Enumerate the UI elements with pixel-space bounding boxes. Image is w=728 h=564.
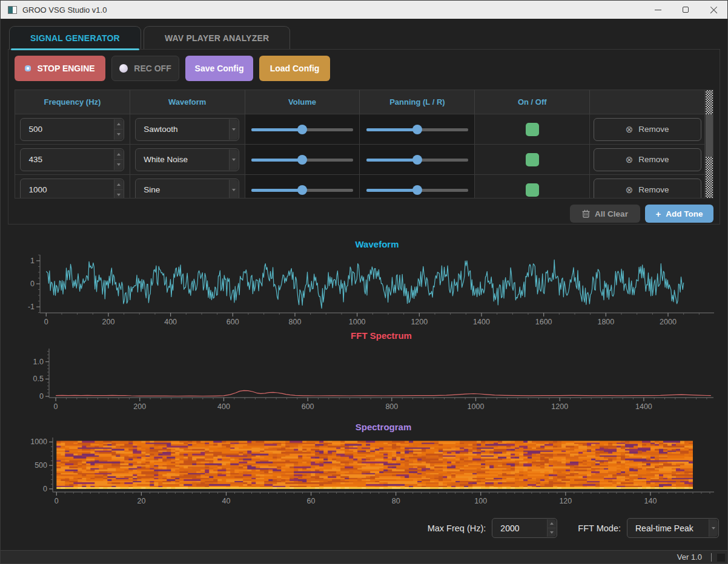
slider-thumb[interactable] [297, 155, 307, 165]
plus-icon: + [655, 209, 661, 218]
remove-label: Remove [638, 155, 669, 164]
remove-button[interactable]: ⊗ Remove [594, 179, 701, 199]
main-content: SIGNAL GENERATOR WAV PLAYER ANALYZER STO… [1, 19, 727, 550]
waveform-select[interactable]: White Noise [135, 148, 239, 171]
spin-buttons[interactable] [114, 119, 123, 140]
chevron-down-icon[interactable] [229, 180, 238, 199]
volume-cell [245, 175, 360, 198]
spin-buttons[interactable] [114, 180, 123, 199]
app-icon [8, 6, 17, 14]
remove-button[interactable]: ⊗ Remove [594, 148, 701, 171]
table-body: 500 Sawtooth ⊗ [15, 114, 705, 198]
slider-thumb[interactable] [297, 185, 307, 195]
chart-title: FFT Spectrum [351, 330, 412, 341]
slider-thumb[interactable] [297, 125, 307, 134]
scrollbar-thumb[interactable] [706, 114, 713, 157]
frequency-value: 500 [21, 125, 42, 134]
panning-slider[interactable] [366, 125, 468, 134]
svg-text:1200: 1200 [411, 318, 428, 326]
waveform-value: Sawtooth [136, 125, 177, 134]
svg-text:40: 40 [222, 497, 231, 505]
svg-text:0: 0 [30, 280, 35, 288]
svg-text:600: 600 [227, 318, 239, 326]
spin-buttons[interactable] [114, 149, 123, 170]
volume-slider[interactable] [251, 185, 353, 195]
rec-off-button[interactable]: REC OFF [111, 56, 179, 81]
footer-controls: Max Freq (Hz): 2000 FFT Mode: Real-time … [1, 511, 727, 538]
chevron-down-icon[interactable] [709, 519, 718, 537]
load-config-button[interactable]: Load Config [259, 56, 330, 81]
chart-series [56, 390, 711, 396]
stop-engine-button[interactable]: STOP ENGINE [15, 56, 105, 81]
add-tone-button[interactable]: + Add Tone [645, 205, 713, 223]
spin-buttons[interactable] [547, 519, 556, 537]
svg-text:1800: 1800 [597, 318, 614, 326]
save-config-button[interactable]: Save Config [185, 56, 253, 81]
header-frequency: Frequency (Hz) [15, 90, 130, 114]
volume-slider[interactable] [251, 125, 353, 134]
tone-on-checkbox[interactable] [526, 123, 539, 136]
svg-text:800: 800 [289, 318, 302, 326]
tab-wav-player-analyzer[interactable]: WAV PLAYER ANALYZER [144, 26, 290, 49]
svg-text:0: 0 [55, 497, 59, 505]
svg-text:1000: 1000 [30, 438, 47, 446]
tone-on-checkbox[interactable] [526, 153, 539, 166]
panning-cell [360, 145, 475, 174]
waveform-select[interactable]: Sine [135, 179, 239, 199]
header-waveform: Waveform [130, 90, 245, 114]
waveform-chart-block: Waveform02004006008001000120014001600180… [8, 229, 720, 329]
rec-off-label: REC OFF [134, 64, 171, 73]
volume-cell [245, 145, 360, 174]
panning-slider[interactable] [366, 155, 468, 165]
remove-cell: ⊗ Remove [590, 175, 705, 198]
frequency-cell: 435 [15, 145, 130, 174]
svg-text:400: 400 [164, 318, 177, 326]
titlebar: GROO VSG Studio v1.0 [1, 1, 727, 19]
fft-mode-select[interactable]: Real-time Peak [627, 518, 719, 538]
svg-text:500: 500 [35, 461, 47, 470]
max-freq-value: 2000 [500, 523, 519, 533]
toolbar: STOP ENGINE REC OFF Save Config Load Con… [8, 50, 720, 86]
minimize-button[interactable] [644, 1, 672, 19]
table-scrollbar[interactable] [705, 90, 713, 198]
frequency-input[interactable]: 500 [20, 118, 124, 141]
header-actions [590, 90, 705, 114]
grip-divider [711, 553, 712, 562]
svg-text:0: 0 [39, 392, 44, 401]
panning-cell [360, 175, 475, 198]
version-text: Ver 1.0 [677, 553, 702, 562]
svg-text:0.5: 0.5 [33, 375, 44, 383]
waveform-select[interactable]: Sawtooth [135, 118, 239, 141]
panning-slider[interactable] [366, 185, 468, 195]
tone-on-checkbox[interactable] [526, 183, 539, 197]
chevron-down-icon[interactable] [229, 149, 238, 170]
stop-engine-label: STOP ENGINE [37, 64, 94, 73]
slider-thumb[interactable] [412, 125, 422, 134]
slider-thumb[interactable] [412, 185, 422, 195]
svg-text:1000: 1000 [349, 318, 366, 326]
remove-label: Remove [638, 185, 669, 194]
max-freq-input[interactable]: 2000 [492, 518, 557, 538]
svg-text:0: 0 [44, 318, 48, 326]
close-button[interactable] [700, 1, 727, 19]
resize-grip[interactable] [717, 554, 725, 562]
chevron-down-icon[interactable] [229, 119, 238, 140]
header-panning: Panning (L / R) [360, 90, 475, 114]
tab-signal-generator[interactable]: SIGNAL GENERATOR [9, 26, 141, 49]
status-bar: Ver 1.0 [1, 550, 727, 563]
header-onoff: On / Off [475, 90, 590, 114]
charts-section: Waveform02004006008001000120014001600180… [8, 229, 720, 511]
frequency-input[interactable]: 435 [20, 148, 124, 171]
remove-button[interactable]: ⊗ Remove [594, 118, 701, 141]
frequency-input[interactable]: 1000 [20, 179, 124, 199]
tone-table: Frequency (Hz) Waveform Volume Panning (… [15, 90, 713, 198]
all-clear-label: All Clear [595, 209, 628, 218]
volume-slider[interactable] [251, 155, 353, 165]
spectrogram-chart-block: Spectrogram02040608010012014005001000 [8, 420, 720, 511]
svg-text:140: 140 [644, 497, 657, 505]
slider-thumb[interactable] [412, 155, 422, 165]
maximize-button[interactable] [672, 1, 700, 19]
waveform-value: White Noise [136, 155, 188, 164]
all-clear-button[interactable]: All Clear [570, 205, 640, 223]
table-row: 435 White Noise ⊗ [15, 145, 705, 175]
